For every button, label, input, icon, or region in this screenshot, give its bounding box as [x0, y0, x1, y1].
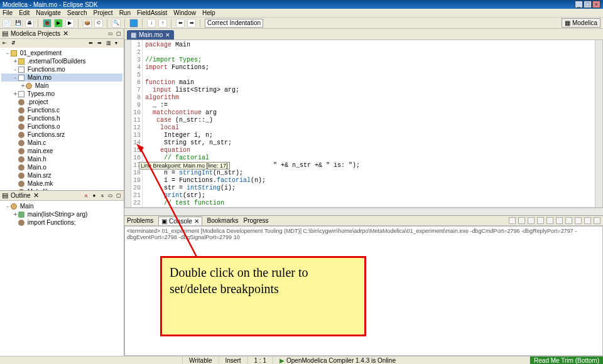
clear-console-icon[interactable]	[537, 217, 544, 224]
status-insert: Insert	[219, 356, 247, 364]
tree-node[interactable]: + main(list<String> arg)	[1, 210, 122, 218]
tree-node[interactable]: Functions.srz	[1, 131, 122, 139]
fwd-nav-icon[interactable]: ➡	[97, 40, 104, 46]
hide-fields-icon[interactable]: ●	[91, 193, 97, 199]
breakpoint-tooltip: Line Breakpoint: Main.mo [line: 17]	[139, 162, 230, 169]
projects-icon: ▤	[2, 29, 8, 38]
tree-node[interactable]: + Main	[1, 82, 122, 90]
tree-node[interactable]: Functions.h	[1, 114, 122, 122]
view-close-icon[interactable]: ✕	[33, 191, 39, 200]
new-icon[interactable]: 📄	[3, 19, 11, 28]
file-icon: ▦	[131, 31, 136, 38]
new-class-icon[interactable]: ©	[94, 19, 103, 28]
next-annotation-icon[interactable]: ↓	[147, 19, 156, 28]
back-nav-icon[interactable]: ⬅	[89, 40, 95, 46]
menu-project[interactable]: Project	[94, 9, 113, 17]
tree-node[interactable]: .project	[1, 98, 122, 106]
menu-run[interactable]: Run	[119, 9, 131, 17]
tab-close-icon[interactable]: ✕	[194, 218, 199, 225]
remove-all-icon[interactable]	[528, 217, 535, 224]
editor-tabs: ▦ Main.mo ✕	[124, 29, 603, 40]
projects-tab[interactable]: ▤ Modelica Projects ✕ ▭ ▢	[0, 29, 124, 39]
min-view-icon[interactable]	[584, 217, 591, 224]
back-icon[interactable]: ⬅	[176, 19, 185, 28]
hide-nonpublic-icon[interactable]: ▭	[107, 193, 114, 199]
close-button[interactable]: ×	[592, 1, 600, 8]
horizontal-scrollbar[interactable]	[124, 208, 603, 215]
view-close-icon[interactable]: ✕	[63, 29, 68, 38]
tab-progress[interactable]: Progress	[244, 217, 269, 224]
tree-node[interactable]: Main.h	[1, 155, 122, 163]
tree-node[interactable]: - 01_experiment	[1, 49, 122, 57]
tree-node[interactable]: Make.mk	[1, 179, 122, 188]
hide-static-icon[interactable]: s	[99, 193, 106, 199]
perspective-button[interactable]: ▦ Modelica	[562, 18, 600, 28]
code-editor[interactable]: 123456789101112131415161718192021222324 …	[124, 40, 603, 208]
tree-node[interactable]: - Functions.mo	[1, 65, 122, 73]
debug-icon[interactable]: 🐞	[43, 19, 52, 28]
terminate-icon[interactable]	[509, 217, 516, 224]
tab-bookmarks[interactable]: Bookmarks	[207, 217, 239, 224]
tree-node[interactable]: + Types.mo	[1, 90, 122, 98]
tree-node[interactable]: - Main.mo	[1, 73, 122, 82]
minimize-button[interactable]: _	[575, 1, 583, 8]
close-tab-icon[interactable]: ✕	[165, 32, 170, 38]
external-tools-icon[interactable]: ▶	[65, 19, 74, 28]
prev-annotation-icon[interactable]: ↑	[158, 19, 167, 28]
tab-problems[interactable]: Problems	[127, 217, 153, 224]
open-console-icon[interactable]	[575, 217, 582, 224]
tree-node[interactable]: + .externalToolBuilders	[1, 57, 122, 65]
editor-tab-label: Main.mo	[139, 31, 163, 38]
outline-tree[interactable]: - Main+ main(list<String> arg) import Fu…	[0, 201, 124, 356]
indent-combo[interactable]: Correct Indentation	[205, 19, 263, 28]
menu-help[interactable]: Help	[202, 9, 215, 17]
search-icon[interactable]: 🔍	[112, 19, 121, 28]
main-toolbar: 📄 💾 🖶 🐞 ▶ ▶ 📦 © 🔍 🌐 ↓ ↑ ⬅ ➡ Correct Inde…	[0, 18, 603, 29]
tab-console[interactable]: ▣ Console ✕	[158, 217, 202, 225]
menu-fieldassist[interactable]: FieldAssist	[137, 9, 167, 17]
menu-icon[interactable]: ▾	[115, 40, 121, 46]
menu-search[interactable]: Search	[67, 9, 87, 17]
world-icon[interactable]: 🌐	[129, 19, 138, 28]
menu-edit[interactable]: Edit	[19, 9, 30, 17]
tree-node[interactable]: Main.srz	[1, 171, 122, 179]
filter-icon[interactable]: ▥	[106, 40, 112, 46]
save-icon[interactable]: 💾	[14, 19, 23, 28]
minimize-icon[interactable]: ▭	[107, 31, 114, 37]
forward-icon[interactable]: ➡	[187, 19, 196, 28]
tree-node[interactable]: - Main	[1, 202, 122, 210]
tree-node[interactable]: import Functions;	[1, 218, 122, 227]
display-select-icon[interactable]	[565, 217, 572, 224]
code-area[interactable]: package Main//import Types;import Functi…	[143, 40, 595, 207]
sort-icon[interactable]: a	[83, 193, 89, 199]
tree-node[interactable]: Makefile	[1, 188, 122, 190]
vertical-scrollbar[interactable]	[595, 40, 602, 207]
remove-launch-icon[interactable]	[518, 217, 525, 224]
maximize-icon[interactable]: ▢	[116, 31, 122, 37]
tree-node[interactable]: Main.o	[1, 163, 122, 171]
readme-trim-button[interactable]: Read Me Trim (Bottom)	[530, 356, 603, 364]
tree-node[interactable]: Functions.c	[1, 106, 122, 114]
outline-tab[interactable]: ▤ Outline ✕ a ● s ▭ ▢	[0, 191, 124, 201]
menu-file[interactable]: File	[3, 9, 13, 17]
menu-window[interactable]: Window	[173, 9, 196, 17]
scroll-lock-icon[interactable]	[546, 217, 553, 224]
tree-node[interactable]: Main.c	[1, 139, 122, 147]
tree-node[interactable]: main.exe	[1, 147, 122, 155]
collapse-all-icon[interactable]: ⇤	[3, 40, 9, 46]
link-editor-icon[interactable]: ⇵	[11, 40, 18, 46]
new-package-icon[interactable]: 📦	[83, 19, 92, 28]
callout-text: Double click on the ruler to set/delete …	[170, 265, 308, 296]
editor-tab-main[interactable]: ▦ Main.mo ✕	[127, 30, 174, 40]
breakpoint-ruler[interactable]	[125, 40, 131, 207]
tree-node[interactable]: Functions.o	[1, 122, 122, 131]
max-view-icon[interactable]	[594, 217, 600, 224]
hide-local-icon[interactable]: ▢	[116, 193, 122, 199]
menu-navigate[interactable]: Navigate	[36, 9, 60, 17]
run-icon[interactable]: ▶	[54, 19, 63, 28]
projects-tree[interactable]: - 01_experiment+ .externalToolBuilders- …	[0, 48, 124, 190]
pin-console-icon[interactable]	[556, 217, 563, 224]
print-icon[interactable]: 🖶	[25, 19, 34, 28]
titlebar: Modelica - Main.mo - Eclipse SDK _ □ ×	[0, 0, 603, 9]
maximize-button[interactable]: □	[584, 1, 592, 8]
